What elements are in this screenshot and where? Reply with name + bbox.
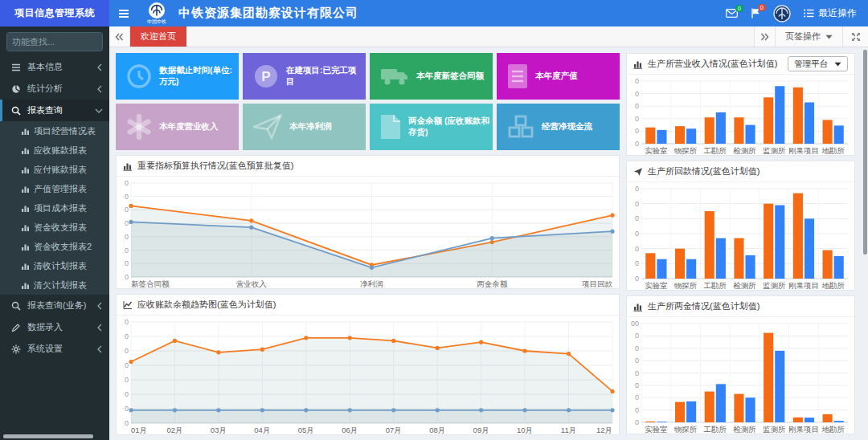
file-icon	[380, 114, 401, 140]
sidebar-item-5[interactable]: 系统设置	[0, 338, 109, 360]
svg-text:0: 0	[635, 214, 639, 222]
sidebar-item-label: 系统设置	[27, 343, 90, 355]
sidebar-subitem[interactable]: 项目经营情况表	[0, 121, 109, 141]
user-emblem-button[interactable]	[773, 5, 791, 22]
kpi-card-label: 在建项目:已完工项目	[286, 65, 366, 87]
sidebar-item-3[interactable]: 报表查询(业务)	[0, 295, 109, 316]
svg-text:00: 00	[631, 320, 639, 328]
clock-icon	[126, 63, 152, 89]
panel-receivable-trend-chart: 应收账款余额趋势图(蓝色为计划值)0000000001月02月03月04月05月…	[116, 294, 620, 435]
svg-text:0: 0	[125, 246, 129, 255]
tabs-scroll-left-button[interactable]	[109, 26, 130, 47]
sidebar-item-4[interactable]: 数据录入	[0, 316, 109, 338]
bar-chart-icon	[21, 127, 29, 135]
svg-text:0: 0	[635, 356, 639, 365]
svg-text:0: 0	[125, 318, 129, 326]
logo-caption: 中国中铁	[147, 19, 166, 25]
svg-text:工勘所: 工勘所	[704, 425, 727, 434]
emblem-icon	[773, 5, 791, 22]
sidebar-subitem[interactable]: 资金收支报表	[0, 218, 109, 237]
bar-chart-icon	[633, 302, 643, 312]
kpi-card-4[interactable]: 本年度营业收入	[116, 104, 239, 150]
svg-text:监测所: 监测所	[763, 146, 786, 155]
sidebar-subitem[interactable]: 资金收支报表2	[0, 237, 109, 256]
svg-text:检测所: 检测所	[733, 425, 756, 434]
sidebar-subitem[interactable]: 清欠计划报表	[0, 275, 109, 295]
svg-text:0: 0	[635, 418, 639, 426]
bar-chart-icon	[21, 262, 29, 270]
chart-area[interactable]: 000000实验室物探所工勘所检测所监测所刚果项目地勘所	[627, 75, 854, 156]
sidebar-subitem[interactable]: 项目成本报表	[0, 198, 109, 218]
kpi-card-label: 经营净现金流	[542, 121, 596, 132]
pie-icon	[11, 84, 21, 94]
caret-down-icon	[825, 35, 833, 39]
notifications-button[interactable]: 0	[751, 8, 760, 18]
logo-emblem-icon	[148, 2, 166, 19]
top-header: 中国中铁 中铁资源集团勘察设计有限公司 0 0 最近操作	[109, 0, 868, 26]
svg-text:地勘所: 地勘所	[821, 146, 845, 155]
fullscreen-toggle-button[interactable]	[842, 26, 868, 47]
bar-chart-icon	[21, 185, 29, 193]
company-logo: 中国中铁	[138, 2, 175, 25]
left-column: 数据截止时间(单位: 万元)P在建项目:已完工项目本年度新签合同额本年度产值本年…	[116, 53, 620, 440]
chart-title: 生产所两金情况(蓝色计划值)	[648, 300, 760, 312]
tab-operations-dropdown[interactable]: 页签操作	[775, 26, 842, 47]
svg-text:实验室: 实验室	[645, 281, 668, 290]
sidebar-subitem[interactable]: 清收计划报表	[0, 256, 109, 275]
tab-bar: 欢迎首页 页签操作	[109, 26, 868, 47]
recent-operations-button[interactable]: 最近操作	[804, 6, 857, 20]
svg-text:06月: 06月	[342, 426, 358, 434]
sidebar-item-2[interactable]: 报表查询	[0, 100, 109, 121]
svg-text:0: 0	[125, 390, 129, 398]
kpi-card-0[interactable]: 数据截止时间(单位: 万元)	[116, 53, 239, 100]
svg-text:0: 0	[125, 206, 129, 214]
chart-area[interactable]: 00000000新签合同额营业收入净利润两金余额项目回款	[117, 177, 619, 289]
kpi-card-6[interactable]: 两金余额 (应收账款和存货)	[370, 104, 493, 150]
pencil-icon	[11, 323, 21, 332]
sidebar-item-1[interactable]: 统计分析	[0, 78, 109, 100]
search-input[interactable]	[7, 33, 103, 51]
sidebar-subitem[interactable]: 应付账款报表	[0, 160, 109, 179]
sidebar-toggle-button[interactable]	[109, 0, 138, 26]
dashboard-content: 数据截止时间(单位: 万元)P在建项目:已完工项目本年度新签合同额本年度产值本年…	[109, 48, 860, 440]
panel-prod-collection-chart: 生产所回款情况(蓝色计划值)0000000实验室物探所工勘所检测所监测所刚果项目…	[626, 161, 855, 291]
chart-area[interactable]: 0000000实验室物探所工勘所检测所监测所刚果项目地勘所	[627, 182, 854, 291]
svg-text:营业收入: 营业收入	[236, 279, 268, 288]
kpi-card-2[interactable]: 本年度新签合同额	[370, 53, 493, 100]
asterisk-icon	[126, 114, 152, 140]
sidebar-subitem[interactable]: 产值管理报表	[0, 179, 109, 198]
panel-header: 生产所两金情况(蓝色计划值)	[627, 296, 854, 317]
sidebar-subitem-label: 应收账款报表	[34, 145, 87, 157]
kpi-card-7[interactable]: 经营净现金流	[497, 104, 620, 150]
kpi-card-label: 本年度产值	[535, 71, 581, 82]
menu-icon	[11, 63, 21, 72]
svg-text:0: 0	[125, 405, 129, 413]
svg-text:刚果项目: 刚果项目	[788, 425, 819, 434]
svg-text:0: 0	[635, 393, 639, 401]
messages-button[interactable]: 0	[726, 9, 738, 18]
platform-select-value: 管理平台	[794, 59, 828, 70]
svg-text:P: P	[261, 69, 270, 84]
p-circle-icon: P	[253, 63, 279, 89]
platform-select[interactable]: 管理平台	[788, 56, 848, 71]
svg-text:工勘所: 工勘所	[704, 146, 727, 155]
page-scrollbar-thumb[interactable]	[863, 50, 867, 255]
kpi-card-5[interactable]: 本年净利润	[243, 104, 366, 150]
sidebar-scrollbar[interactable]	[3, 434, 93, 438]
chart-area[interactable]: 0000000001月02月03月04月05月06月07月08月09月10月11…	[117, 316, 619, 435]
sidebar-subitem[interactable]: 应收账款报表	[0, 141, 109, 160]
svg-text:10月: 10月	[517, 426, 533, 434]
chart-area[interactable]: 0000000000实验室物探所工勘所检测所监测所刚果项目地勘所	[627, 317, 854, 434]
kpi-card-3[interactable]: 本年度产值	[497, 53, 620, 100]
kpi-card-1[interactable]: P在建项目:已完工项目	[243, 53, 366, 100]
svg-text:刚果项目: 刚果项目	[788, 281, 819, 290]
svg-text:实验室: 实验室	[645, 146, 668, 155]
svg-text:0: 0	[125, 179, 129, 187]
sidebar-item-0[interactable]: 基本信息	[0, 56, 109, 78]
chevron-left-icon	[96, 85, 103, 93]
tabs-scroll-right-button[interactable]	[754, 26, 775, 47]
svg-text:0: 0	[635, 230, 639, 238]
tab-welcome-home[interactable]: 欢迎首页	[130, 26, 186, 47]
svg-text:刚果项目: 刚果项目	[788, 146, 819, 155]
svg-text:两金余额: 两金余额	[477, 279, 508, 288]
